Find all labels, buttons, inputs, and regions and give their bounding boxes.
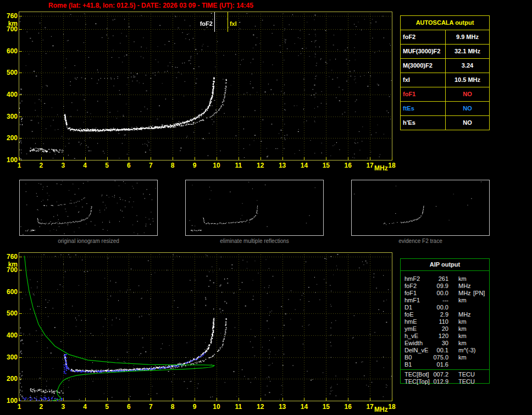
y-tick-label: 500 — [3, 69, 18, 76]
aip-row-value: 01.6 — [404, 361, 448, 368]
y-tick-label: 760 — [3, 253, 18, 261]
aip-row-value: 261 — [404, 275, 448, 283]
aip-row-value: 120 — [404, 333, 448, 340]
aip-row-unit: TECU — [458, 371, 475, 378]
y-tick-label: 300 — [3, 353, 18, 361]
aip-row-unit: m^(-3) — [458, 347, 475, 354]
aip-row-value: 30 — [404, 340, 448, 347]
x-tick-label: 15 — [323, 162, 330, 169]
x-tick-label: 9 — [193, 162, 197, 169]
aip-row-value: 007.2 — [404, 371, 448, 378]
x-tick-label: 8 — [171, 162, 175, 169]
x-tick-label: 4 — [83, 162, 87, 169]
x-tick-label: 3 — [61, 162, 65, 169]
autoscala-row-value: 10.5 MHz — [446, 73, 489, 87]
x-tick-label: 3 — [61, 403, 65, 411]
y-tick-label: 200 — [3, 134, 18, 142]
x-tick-label: 7 — [149, 403, 153, 411]
y-tick-label: 760 — [3, 12, 18, 20]
y-tick-label: 600 — [3, 47, 18, 55]
thumbnail-f2-trace-canvas — [352, 180, 489, 235]
autoscala-row-label: h'Es — [401, 116, 446, 130]
autoscala-row: foF29.9 MHz — [401, 30, 489, 45]
thumbnail-f2-trace — [351, 180, 490, 236]
aip-row: B0075.0km — [401, 354, 489, 361]
autoscala-rows: foF29.9 MHzMUF(3000)F232.1 MHzM(3000)F23… — [401, 30, 489, 130]
x-axis-unit: MHz — [374, 164, 388, 172]
aip-row-unit: km — [458, 325, 467, 333]
aip-row-value: 20 — [404, 325, 448, 333]
x-tick-label: 17 — [366, 162, 373, 169]
x-tick-label: 1 — [18, 403, 21, 411]
x-tick-label: 17 — [366, 403, 373, 411]
aip-row-unit: km — [458, 333, 467, 340]
x-tick-label: 6 — [127, 403, 131, 411]
station-date-header: Rome (lat: +41.8, lon: 012.5) - DATE: 20… — [48, 2, 253, 9]
autoscala-row-label: foF2 — [401, 30, 446, 44]
thumbnail-no-multiples-canvas — [186, 180, 323, 235]
x-axis-unit: MHz — [374, 406, 388, 413]
aip-row-unit: km — [458, 340, 467, 347]
autoscala-row-value: NO — [446, 102, 489, 115]
x-tick-label: 1 — [18, 162, 21, 169]
aip-row-unit: MHz — [458, 283, 471, 290]
autoscala-row-label: foF1 — [401, 87, 446, 101]
y-tick-label: 100 — [3, 156, 18, 164]
aip-row-unit: MHz — [458, 311, 471, 318]
y-tick-label: 200 — [3, 375, 18, 383]
y-tick-label: 600 — [3, 288, 18, 296]
thumbnail-caption-original: original ionogram resized — [19, 238, 158, 244]
aip-row: foF100.0MHz[PN] — [401, 290, 489, 297]
x-tick-label: 10 — [213, 162, 220, 169]
aip-row: foF209.9MHz — [401, 283, 489, 290]
autoscala-row-value: 9.9 MHz — [446, 30, 489, 44]
autoscala-row-label: M(3000)F2 — [401, 59, 446, 73]
y-tick-label: 400 — [3, 331, 18, 339]
y-tick-label: 100 — [3, 397, 18, 405]
x-tick-label: 15 — [323, 403, 330, 411]
aip-row: hmF1---km — [401, 297, 489, 304]
aip-row: h_vE120km — [401, 333, 489, 340]
aip-row-value: 09.9 — [404, 283, 448, 290]
aip-row-value: 075.0 — [404, 354, 448, 361]
autoscala-row-value: 3.24 — [446, 59, 489, 73]
x-tick-label: 18 — [388, 403, 395, 411]
autoscala-panel-title: AUTOSCALA output — [401, 16, 489, 30]
aip-row: TEC[Top]012.9TECU — [401, 378, 489, 385]
x-tick-label: 2 — [40, 162, 43, 169]
y-tick-label: 400 — [3, 91, 18, 98]
aip-panel-title: AIP output — [401, 259, 489, 271]
x-tick-label: 14 — [301, 162, 308, 169]
autoscala-row-label: fxI — [401, 73, 446, 87]
aip-row: hmE110km — [401, 318, 489, 325]
fxI-marker-label: fxI — [230, 20, 237, 27]
x-tick-label: 6 — [127, 162, 131, 169]
x-tick-label: 4 — [83, 403, 87, 411]
autoscala-row-label: MUF(3000)F2 — [401, 45, 446, 58]
aip-row-unit: km — [458, 297, 467, 304]
autoscala-row: fxI10.5 MHz — [401, 73, 489, 87]
aip-tec-separator — [401, 369, 489, 370]
thumbnail-original-ionogram — [19, 180, 158, 236]
autoscala-ionogram-screen: Rome (lat: +41.8, lon: 012.5) - DATE: 20… — [0, 0, 532, 415]
x-tick-label: 10 — [213, 403, 220, 411]
autoscala-row-value: NO — [446, 87, 489, 101]
x-tick-label: 16 — [345, 162, 352, 169]
autoscala-row: foF1NO — [401, 87, 489, 102]
x-tick-label: 14 — [301, 403, 308, 411]
x-tick-label: 5 — [105, 403, 109, 411]
aip-row-unit: TECU — [458, 378, 475, 385]
top-ionogram-canvas — [19, 12, 392, 161]
aip-row-unit: MHz — [458, 290, 471, 297]
autoscala-row: ftEsNO — [401, 102, 489, 116]
x-tick-label: 13 — [279, 403, 286, 411]
y-tick-label: 500 — [3, 309, 18, 317]
aip-row: Ewidth30km — [401, 340, 489, 347]
autoscala-row: MUF(3000)F232.1 MHz — [401, 45, 489, 59]
aip-row-unit: km — [458, 275, 467, 283]
y-axis-unit: km — [3, 261, 18, 268]
aip-rows: hmF2261kmfoF209.9MHzfoF100.0MHz[PN]hmF1-… — [401, 275, 489, 368]
aip-row: D100.0 — [401, 304, 489, 311]
thumbnail-caption-no-multiples: eliminate multiple reflections — [185, 238, 324, 244]
aip-output-panel: AIP output hmF2261kmfoF209.9MHzfoF100.0M… — [400, 258, 490, 384]
